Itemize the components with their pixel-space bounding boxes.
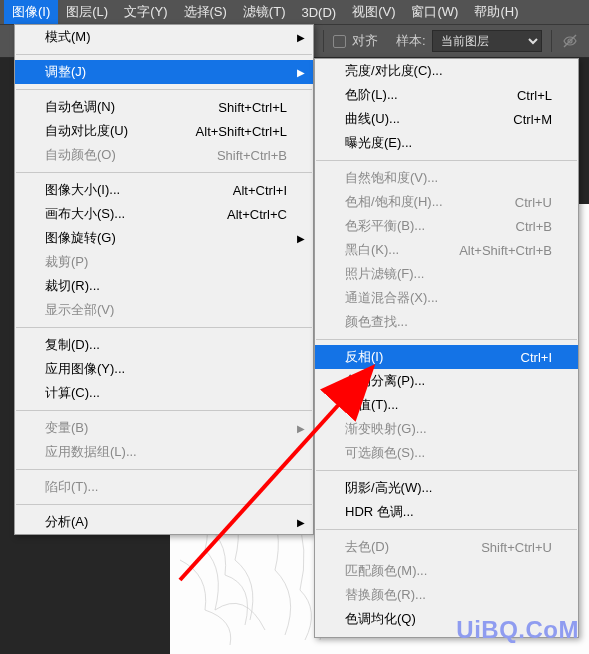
image-menu-item-12[interactable]: 裁切(R)... <box>15 274 313 298</box>
menu-item-label: 色调分离(P)... <box>345 372 552 390</box>
menu-item-shortcut: Alt+Ctrl+C <box>227 207 287 222</box>
menu-item-shortcut: Ctrl+B <box>516 219 552 234</box>
submenu-arrow-icon: ▶ <box>297 67 305 78</box>
menubar-item-5[interactable]: 3D(D) <box>293 2 344 23</box>
menu-separator <box>16 54 312 55</box>
menubar-item-3[interactable]: 选择(S) <box>176 0 235 24</box>
image-menu-item-9[interactable]: 画布大小(S)...Alt+Ctrl+C <box>15 202 313 226</box>
menu-item-label: HDR 色调... <box>345 503 552 521</box>
menu-item-label: 曝光度(E)... <box>345 134 552 152</box>
submenu-arrow-icon: ▶ <box>297 517 305 528</box>
menu-separator <box>16 410 312 411</box>
menu-item-label: 色相/饱和度(H)... <box>345 193 515 211</box>
adjust-menu-item-8: 黑白(K)...Alt+Shift+Ctrl+B <box>315 238 578 262</box>
menu-item-label: 显示全部(V) <box>45 301 287 319</box>
menu-item-label: 调整(J) <box>45 63 287 81</box>
menubar-item-6[interactable]: 视图(V) <box>344 0 403 24</box>
image-menu-dropdown: 模式(M)▶调整(J)▶自动色调(N)Shift+Ctrl+L自动对比度(U)A… <box>14 24 314 535</box>
image-menu-item-19: 变量(B)▶ <box>15 416 313 440</box>
menu-item-label: 曲线(U)... <box>345 110 513 128</box>
menu-item-label: 图像大小(I)... <box>45 181 233 199</box>
menubar-item-7[interactable]: 窗口(W) <box>403 0 466 24</box>
menu-item-label: 亮度/对比度(C)... <box>345 62 552 80</box>
adjust-menu-item-7: 色彩平衡(B)...Ctrl+B <box>315 214 578 238</box>
menu-item-label: 阈值(T)... <box>345 396 552 414</box>
adjust-menu-item-14[interactable]: 色调分离(P)... <box>315 369 578 393</box>
image-menu-item-16[interactable]: 应用图像(Y)... <box>15 357 313 381</box>
menu-item-label: 陷印(T)... <box>45 478 287 496</box>
image-menu-item-5[interactable]: 自动对比度(U)Alt+Shift+Ctrl+L <box>15 119 313 143</box>
menu-separator <box>16 327 312 328</box>
adjust-menu-item-13[interactable]: 反相(I)Ctrl+I <box>315 345 578 369</box>
menu-item-label: 裁切(R)... <box>45 277 287 295</box>
adjust-menu-item-6: 色相/饱和度(H)...Ctrl+U <box>315 190 578 214</box>
menu-item-label: 复制(D)... <box>45 336 287 354</box>
menu-separator <box>16 504 312 505</box>
menu-separator <box>316 339 577 340</box>
menu-item-shortcut: Shift+Ctrl+U <box>481 540 552 555</box>
menu-item-label: 阴影/高光(W)... <box>345 479 552 497</box>
image-menu-item-15[interactable]: 复制(D)... <box>15 333 313 357</box>
toolbar-divider <box>323 30 324 52</box>
align-checkbox[interactable] <box>333 35 346 48</box>
submenu-arrow-icon: ▶ <box>297 423 305 434</box>
menu-item-shortcut: Alt+Ctrl+I <box>233 183 287 198</box>
image-menu-item-10[interactable]: 图像旋转(G)▶ <box>15 226 313 250</box>
visibility-off-icon[interactable] <box>561 32 579 50</box>
menu-item-label: 画布大小(S)... <box>45 205 227 223</box>
menu-item-label: 裁剪(P) <box>45 253 287 271</box>
menubar-item-4[interactable]: 滤镜(T) <box>235 0 294 24</box>
adjust-menu-item-11: 颜色查找... <box>315 310 578 334</box>
sample-label: 样本: <box>396 32 426 50</box>
image-menu-item-13: 显示全部(V) <box>15 298 313 322</box>
menu-item-label: 自动色调(N) <box>45 98 218 116</box>
menu-item-label: 自动颜色(O) <box>45 146 217 164</box>
menubar-item-2[interactable]: 文字(Y) <box>116 0 175 24</box>
image-menu-item-4[interactable]: 自动色调(N)Shift+Ctrl+L <box>15 95 313 119</box>
menu-item-label: 自动对比度(U) <box>45 122 196 140</box>
adjust-menu-item-23: 匹配颜色(M)... <box>315 559 578 583</box>
image-menu-item-17[interactable]: 计算(C)... <box>15 381 313 405</box>
adjust-menu-item-16: 渐变映射(G)... <box>315 417 578 441</box>
menu-item-label: 模式(M) <box>45 28 287 46</box>
menu-item-label: 分析(A) <box>45 513 287 531</box>
sample-select[interactable]: 当前图层 <box>432 30 542 52</box>
menu-item-shortcut: Ctrl+I <box>521 350 552 365</box>
menu-item-label: 反相(I) <box>345 348 521 366</box>
adjust-menu-item-19[interactable]: 阴影/高光(W)... <box>315 476 578 500</box>
menubar-item-0[interactable]: 图像(I) <box>4 0 58 24</box>
adjust-menu-item-10: 通道混合器(X)... <box>315 286 578 310</box>
menubar: 图像(I)图层(L)文字(Y)选择(S)滤镜(T)3D(D)视图(V)窗口(W)… <box>0 0 589 24</box>
adjust-menu-item-2[interactable]: 曲线(U)...Ctrl+M <box>315 107 578 131</box>
adjust-menu-item-9: 照片滤镜(F)... <box>315 262 578 286</box>
adjust-menu-item-1[interactable]: 色阶(L)...Ctrl+L <box>315 83 578 107</box>
menu-separator <box>316 160 577 161</box>
menu-item-shortcut: Alt+Shift+Ctrl+B <box>459 243 552 258</box>
adjust-menu-item-0[interactable]: 亮度/对比度(C)... <box>315 59 578 83</box>
menu-item-label: 黑白(K)... <box>345 241 459 259</box>
menu-item-label: 去色(D) <box>345 538 481 556</box>
align-label: 对齐 <box>352 32 378 50</box>
menu-item-label: 应用数据组(L)... <box>45 443 287 461</box>
menu-item-shortcut: Shift+Ctrl+B <box>217 148 287 163</box>
adjust-menu-item-15[interactable]: 阈值(T)... <box>315 393 578 417</box>
menu-item-shortcut: Shift+Ctrl+L <box>218 100 287 115</box>
image-menu-item-8[interactable]: 图像大小(I)...Alt+Ctrl+I <box>15 178 313 202</box>
menubar-item-8[interactable]: 帮助(H) <box>466 0 526 24</box>
image-menu-item-22: 陷印(T)... <box>15 475 313 499</box>
menu-item-label: 颜色查找... <box>345 313 552 331</box>
menubar-item-1[interactable]: 图层(L) <box>58 0 116 24</box>
menu-item-shortcut: Ctrl+L <box>517 88 552 103</box>
adjust-menu-item-20[interactable]: HDR 色调... <box>315 500 578 524</box>
menu-separator <box>316 470 577 471</box>
menu-item-label: 变量(B) <box>45 419 287 437</box>
menu-item-label: 匹配颜色(M)... <box>345 562 552 580</box>
image-menu-item-24[interactable]: 分析(A)▶ <box>15 510 313 534</box>
menu-item-label: 替换颜色(R)... <box>345 586 552 604</box>
toolbar-divider <box>551 30 552 52</box>
image-menu-item-20: 应用数据组(L)... <box>15 440 313 464</box>
image-menu-item-0[interactable]: 模式(M)▶ <box>15 25 313 49</box>
menu-item-shortcut: Alt+Shift+Ctrl+L <box>196 124 287 139</box>
adjust-menu-item-3[interactable]: 曝光度(E)... <box>315 131 578 155</box>
image-menu-item-2[interactable]: 调整(J)▶ <box>15 60 313 84</box>
